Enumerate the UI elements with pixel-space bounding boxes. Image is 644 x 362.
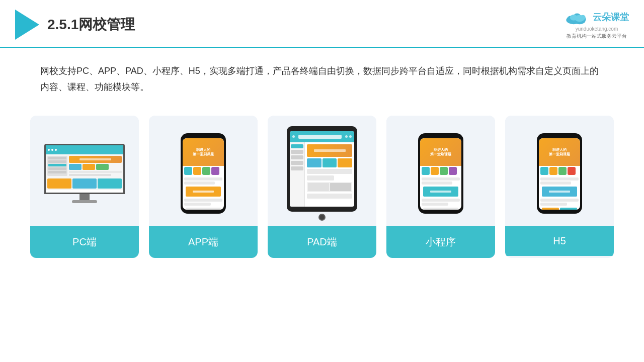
brand-logo: 云朵课堂 yunduoketang.com 教育机构一站式服务云平台 <box>565 9 629 40</box>
phone-notch3-icon <box>552 133 567 136</box>
cloud-icon <box>565 9 590 25</box>
card-miniprogram-label: 小程序 <box>386 226 495 258</box>
svg-point-7 <box>570 15 578 21</box>
card-pad: PAD端 <box>268 116 376 258</box>
device-cards-section: PC端 职进人的第一堂刷课题 <box>0 101 644 273</box>
app-phone-screen: 职进人的第一堂刷课题 <box>183 138 224 210</box>
logo-url: yunduoketang.com <box>576 26 618 32</box>
card-h5-label: H5 <box>505 226 614 256</box>
miniprogram-phone-mockup: 职进人的第一堂刷课题 <box>418 133 463 214</box>
cloud-logo: 云朵课堂 <box>565 9 629 25</box>
logo-triangle-icon <box>15 10 39 40</box>
card-pad-label: PAD端 <box>268 226 376 258</box>
card-pc-image <box>30 116 139 226</box>
card-pad-image <box>268 116 376 226</box>
miniprogram-phone-body: 职进人的第一堂刷课题 <box>418 133 463 214</box>
pad-tablet-mockup <box>287 126 357 221</box>
miniprogram-phone-screen: 职进人的第一堂刷课题 <box>420 138 461 210</box>
svg-point-6 <box>581 15 586 20</box>
h5-phone-mockup: 职进人的第一堂刷课题 <box>537 133 582 214</box>
card-app-image: 职进人的第一堂刷课题 <box>149 116 258 226</box>
pc-screen <box>44 144 125 194</box>
card-miniprogram: 职进人的第一堂刷课题 <box>386 116 495 258</box>
card-miniprogram-image: 职进人的第一堂刷课题 <box>386 116 495 226</box>
phone-notch2-icon <box>433 133 448 136</box>
pc-mockup <box>44 144 125 203</box>
h5-phone-screen: 职进人的第一堂刷课题 <box>539 138 580 210</box>
page-title: 2.5.1网校管理 <box>47 15 135 34</box>
card-app-label: APP端 <box>149 226 258 258</box>
app-phone-body: 职进人的第一堂刷课题 <box>181 133 226 214</box>
logo-name: 云朵课堂 <box>593 11 629 23</box>
app-phone-mockup: 职进人的第一堂刷课题 <box>181 133 226 214</box>
pad-tablet-screen <box>290 131 354 207</box>
header: 2.5.1网校管理 云朵课堂 yunduoketang.com 教育机构一站式服… <box>0 0 644 48</box>
card-pc-label: PC端 <box>30 226 139 258</box>
card-h5: 职进人的第一堂刷课题 <box>505 116 614 258</box>
phone-notch-icon <box>196 133 211 136</box>
description-text: 网校支持PC、APP、PAD、小程序、H5，实现多端打通，产品各终端自由切换，数… <box>0 48 644 101</box>
card-app: 职进人的第一堂刷课题 <box>149 116 258 258</box>
card-pc: PC端 <box>30 116 139 258</box>
h5-phone-body: 职进人的第一堂刷课题 <box>537 133 582 214</box>
header-left: 2.5.1网校管理 <box>15 10 135 40</box>
pad-tablet-body <box>287 126 357 212</box>
logo-subtitle: 教育机构一站式服务云平台 <box>567 33 627 40</box>
card-h5-image: 职进人的第一堂刷课题 <box>505 116 614 226</box>
